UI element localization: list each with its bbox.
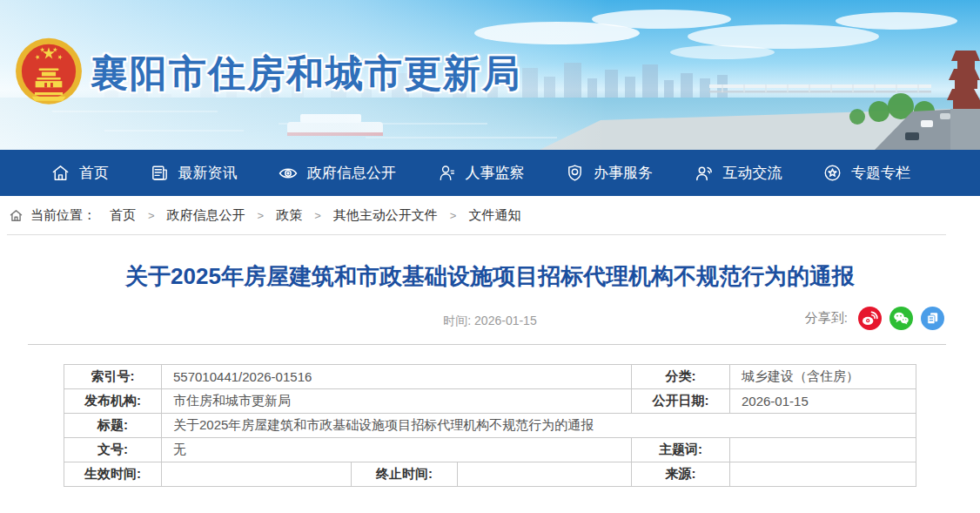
site-banner: 襄阳市住房和城市更新局	[0, 0, 980, 150]
source-label: 来源:	[632, 462, 730, 487]
home-icon	[9, 208, 23, 223]
nav-item-interaction[interactable]: 互动交流	[694, 163, 782, 184]
breadcrumb-separator: >	[450, 209, 457, 222]
publish-date-label: 公开日期:	[632, 389, 730, 414]
doc-title-value: 关于2025年房屋建筑和市政基础设施项目招标代理机构不规范行为的通报	[162, 414, 916, 438]
keywords-value	[730, 438, 916, 462]
table-row: 标题: 关于2025年房屋建筑和市政基础设施项目招标代理机构不规范行为的通报	[64, 414, 916, 438]
issuer-value: 市住房和城市更新局	[162, 389, 632, 414]
index-number-value: 557010441/2026-01516	[162, 365, 632, 389]
nav-item-news[interactable]: 最新资讯	[150, 163, 238, 183]
weibo-icon	[858, 307, 882, 330]
effective-date-value	[162, 462, 352, 487]
chat-people-icon	[694, 163, 715, 184]
article-meta-row: 时间: 2026-01-15 分享到:	[0, 306, 980, 335]
nav-item-label: 互动交流	[723, 163, 782, 183]
nav-item-label: 政府信息公开	[307, 163, 396, 183]
breadcrumb-separator: >	[258, 209, 265, 222]
star-icon	[822, 163, 842, 183]
breadcrumb-separator: >	[314, 209, 321, 222]
nav-item-label: 办事服务	[594, 163, 653, 183]
breadcrumb-item-policy[interactable]: 政策	[276, 207, 302, 224]
nav-item-label: 首页	[79, 163, 109, 183]
site-title: 襄阳市住房和城市更新局	[91, 49, 521, 99]
wechat-share-button[interactable]	[889, 307, 913, 330]
news-icon	[150, 163, 170, 183]
article-title: 关于2025年房屋建筑和市政基础设施项目招标代理机构不规范行为的通报	[52, 261, 928, 292]
document-meta-table: 索引号: 557010441/2026-01516 分类: 城乡建设（含住房） …	[64, 364, 916, 487]
breadcrumb-separator: >	[148, 209, 155, 222]
breadcrumb-item-other-public-files[interactable]: 其他主动公开文件	[333, 207, 438, 224]
table-row: 索引号: 557010441/2026-01516 分类: 城乡建设（含住房）	[64, 365, 916, 389]
nav-item-label: 最新资讯	[178, 163, 238, 183]
table-row: 文号: 无 主题词:	[64, 438, 916, 462]
nav-item-label: 人事监察	[466, 163, 525, 183]
source-value	[730, 462, 916, 487]
issuer-label: 发布机构:	[64, 389, 162, 414]
expiry-date-label: 终止时间:	[352, 462, 458, 487]
publish-date-value: 2026-01-15	[730, 389, 916, 414]
weibo-share-button[interactable]	[858, 307, 882, 330]
breadcrumb-divider	[7, 234, 946, 235]
breadcrumb-item-file-notices[interactable]: 文件通知	[468, 207, 520, 224]
share-label: 分享到:	[805, 310, 848, 327]
category-value: 城乡建设（含住房）	[730, 365, 916, 389]
publish-time-value: 2026-01-15	[474, 314, 537, 327]
keywords-label: 主题词:	[632, 438, 730, 462]
nav-item-gov-info[interactable]: 政府信息公开	[278, 163, 396, 184]
table-row: 发布机构: 市住房和城市更新局 公开日期: 2026-01-15	[64, 389, 916, 414]
breadcrumb: 当前位置： 首页 > 政府信息公开 > 政策 > 其他主动公开文件 > 文件通知	[0, 196, 980, 234]
main-nav: 首页 最新资讯 政府信息公开 人事监察 办事服务	[0, 150, 980, 196]
copy-news-icon	[921, 307, 944, 330]
doc-title-label: 标题:	[64, 414, 162, 438]
nav-item-services[interactable]: 办事服务	[565, 163, 653, 183]
person-icon	[437, 163, 457, 183]
index-number-label: 索引号:	[64, 365, 162, 389]
nav-item-special-columns[interactable]: 专题专栏	[822, 163, 910, 183]
nav-item-home[interactable]: 首页	[50, 163, 109, 183]
expiry-date-value	[458, 462, 632, 487]
national-emblem-icon	[13, 37, 84, 111]
article-divider	[28, 344, 946, 345]
share-bar: 分享到:	[805, 307, 944, 330]
nav-item-label: 专题专栏	[851, 163, 910, 183]
doc-number-value: 无	[162, 438, 632, 462]
eye-icon	[278, 163, 299, 184]
breadcrumb-item-home[interactable]: 首页	[110, 207, 136, 224]
breadcrumb-label: 当前位置：	[30, 207, 96, 224]
effective-date-label: 生效时间:	[64, 462, 162, 487]
copy-news-share-button[interactable]	[921, 307, 944, 330]
nav-item-personnel[interactable]: 人事监察	[437, 163, 525, 183]
home-icon	[50, 163, 70, 183]
category-label: 分类:	[632, 365, 730, 389]
publish-time-label: 时间:	[443, 314, 471, 327]
shield-icon	[565, 163, 585, 183]
table-row: 生效时间: 终止时间: 来源:	[64, 462, 916, 487]
doc-number-label: 文号:	[64, 438, 162, 462]
breadcrumb-item-gov-info[interactable]: 政府信息公开	[167, 207, 245, 224]
wechat-icon	[889, 307, 913, 330]
